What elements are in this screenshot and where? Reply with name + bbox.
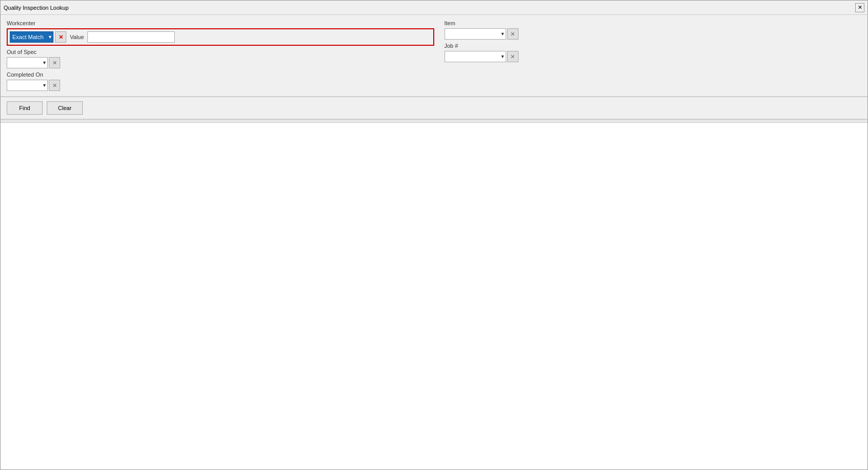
action-section: Find Clear	[1, 97, 867, 119]
completed-on-dropdown-wrapper: ▼	[7, 80, 48, 91]
close-button[interactable]: ✕	[855, 3, 864, 12]
item-select[interactable]	[445, 28, 506, 40]
job-number-row: ▼ ✕	[445, 51, 862, 62]
window-title: Quality Inspection Lookup	[4, 5, 69, 11]
out-of-spec-row: ▼ ✕	[7, 57, 434, 68]
workcenter-label: Workcenter	[7, 20, 434, 26]
job-number-select[interactable]	[445, 51, 506, 62]
completed-on-group: Completed On ▼ ✕	[7, 71, 434, 91]
out-of-spec-group: Out of Spec ▼ ✕	[7, 49, 434, 68]
filter-left: Workcenter Exact Match Contains Starts W…	[7, 20, 434, 91]
completed-on-label: Completed On	[7, 71, 434, 78]
job-number-group: Job # ▼ ✕	[445, 43, 862, 62]
results-section[interactable]	[1, 119, 867, 469]
item-group: Item ▼ ✕	[445, 20, 862, 40]
filter-section: Workcenter Exact Match Contains Starts W…	[1, 15, 867, 97]
completed-on-clear-button[interactable]: ✕	[49, 80, 60, 91]
workcenter-box: Exact Match Contains Starts With Ends Wi…	[7, 28, 434, 46]
title-bar: Quality Inspection Lookup ✕	[1, 1, 867, 15]
out-of-spec-label: Out of Spec	[7, 49, 434, 55]
workcenter-match-select[interactable]: Exact Match Contains Starts With Ends Wi…	[10, 31, 53, 43]
clear-button[interactable]: Clear	[47, 101, 83, 115]
out-of-spec-clear-button[interactable]: ✕	[49, 57, 60, 68]
workcenter-group: Workcenter Exact Match Contains Starts W…	[7, 20, 434, 46]
job-number-dropdown-wrapper: ▼	[445, 51, 506, 62]
main-window: Quality Inspection Lookup ✕ Workcenter E…	[0, 0, 868, 470]
job-number-clear-button[interactable]: ✕	[507, 51, 519, 62]
out-of-spec-dropdown-wrapper: ▼	[7, 57, 48, 68]
item-label: Item	[445, 20, 862, 26]
results-header	[1, 120, 867, 123]
completed-on-row: ▼ ✕	[7, 80, 434, 91]
workcenter-match-wrapper: Exact Match Contains Starts With Ends Wi…	[10, 31, 53, 43]
filter-right: Item ▼ ✕ Job #	[434, 20, 862, 91]
item-clear-button[interactable]: ✕	[507, 28, 519, 40]
out-of-spec-select[interactable]	[7, 57, 48, 68]
item-dropdown-wrapper: ▼	[445, 28, 506, 40]
completed-on-select[interactable]	[7, 80, 48, 91]
workcenter-value-input[interactable]	[87, 31, 175, 43]
workcenter-clear-button[interactable]: ✕	[55, 31, 66, 43]
find-button[interactable]: Find	[7, 101, 43, 115]
value-label: Value	[70, 34, 84, 40]
filter-grid: Workcenter Exact Match Contains Starts W…	[7, 20, 861, 91]
item-row: ▼ ✕	[445, 28, 862, 40]
job-number-label: Job #	[445, 43, 862, 49]
